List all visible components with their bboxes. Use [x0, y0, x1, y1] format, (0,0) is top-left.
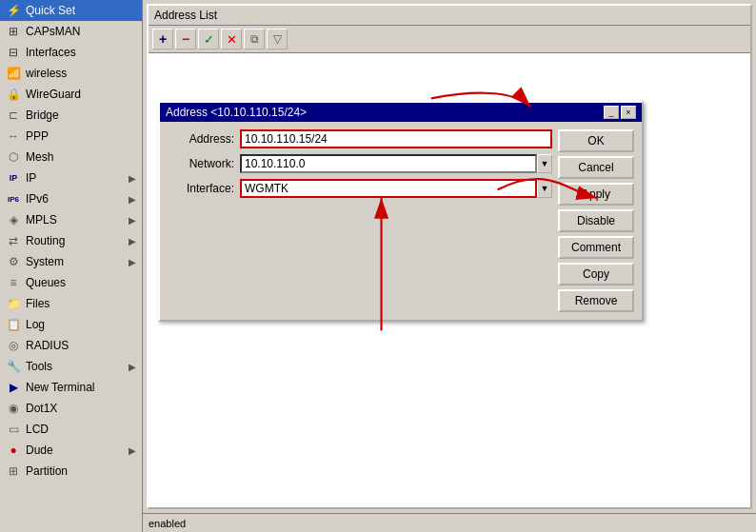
sidebar-item-label: Queues [26, 276, 136, 289]
sidebar-item-interfaces[interactable]: ⊟ Interfaces [0, 42, 142, 63]
sidebar-item-dot1x[interactable]: ◉ Dot1X [0, 398, 142, 419]
interface-input[interactable] [240, 179, 537, 198]
ip-arrow-icon: ▶ [129, 173, 136, 184]
address-input[interactable] [240, 129, 552, 148]
sidebar-item-mesh[interactable]: ⬡ Mesh [0, 147, 142, 167]
tools-icon: 🔧 [6, 359, 21, 374]
comment-button[interactable]: Comment [558, 236, 634, 259]
copy-button[interactable]: Copy [558, 263, 634, 286]
sidebar-item-label: Partition [26, 464, 136, 478]
sidebar-item-lcd[interactable]: ▭ LCD [0, 419, 142, 440]
tools-arrow-icon: ▶ [129, 362, 136, 372]
apply-button[interactable]: Apply [558, 183, 634, 206]
filter-button[interactable]: ▽ [267, 29, 288, 49]
sidebar-item-label: WireGuard [26, 88, 136, 101]
sidebar-item-ppp[interactable]: ↔ PPP [0, 126, 142, 147]
dot1x-icon: ◉ [6, 401, 21, 416]
dialog-buttons: OK Cancel Apply Disable Comment Copy Rem… [558, 129, 634, 312]
sidebar-item-tools[interactable]: 🔧 Tools ▶ [0, 356, 142, 377]
system-icon: ⚙ [6, 254, 21, 269]
network-input[interactable] [240, 154, 537, 173]
enable-button[interactable]: ✓ [198, 29, 219, 49]
mesh-icon: ⬡ [6, 149, 21, 165]
sidebar-item-bridge[interactable]: ⊏ Bridge [0, 105, 142, 126]
dialog-close-button[interactable]: × [621, 106, 636, 119]
interfaces-icon: ⊟ [6, 45, 21, 60]
sidebar-item-label: Log [26, 318, 136, 331]
interface-dropdown-button[interactable]: ▼ [537, 179, 552, 198]
wireless-icon: 📶 [6, 66, 21, 81]
partition-icon: ⊞ [6, 463, 21, 479]
system-arrow-icon: ▶ [129, 257, 136, 267]
sidebar-item-label: MPLS [26, 213, 129, 227]
sidebar-item-dude[interactable]: ● Dude ▶ [0, 440, 142, 461]
sidebar-item-partition[interactable]: ⊞ Partition [0, 461, 142, 482]
sidebar-item-label: System [26, 255, 129, 268]
sidebar-item-routing[interactable]: ⇄ Routing ▶ [0, 230, 142, 251]
sidebar-item-label: IP [26, 171, 129, 185]
remove-button[interactable]: − [175, 29, 196, 49]
sidebar-item-wireguard[interactable]: 🔒 WireGuard [0, 84, 142, 105]
wireguard-icon: 🔒 [6, 87, 21, 102]
dude-arrow-icon: ▶ [129, 445, 136, 456]
sidebar-item-label: IPv6 [26, 192, 129, 206]
network-label: Network: [168, 157, 234, 170]
terminal-icon: ▶ [6, 380, 21, 395]
sidebar-item-label: Interfaces [26, 46, 136, 59]
dialog-title: Address <10.10.110.15/24> [166, 106, 307, 119]
ppp-icon: ↔ [6, 128, 21, 144]
sidebar-item-label: wireless [26, 67, 136, 80]
remove-button[interactable]: Remove [558, 289, 634, 312]
address-row: Address: [168, 129, 552, 148]
sidebar-item-new-terminal[interactable]: ▶ New Terminal [0, 377, 142, 398]
sidebar-item-wireless[interactable]: 📶 wireless [0, 63, 142, 84]
network-dropdown-button[interactable]: ▼ [537, 154, 552, 173]
dialog-content: Address: Network: ▼ [160, 122, 642, 320]
ipv6-icon: IP6 [6, 191, 21, 207]
sidebar-item-log[interactable]: 📋 Log [0, 314, 142, 335]
dude-icon: ● [6, 443, 21, 458]
sidebar-item-label: RADIUS [26, 339, 136, 352]
quick-set-icon: ⚡ [6, 3, 21, 18]
sidebar-item-capsman[interactable]: ⊞ CAPsMAN [0, 21, 142, 42]
ip-icon: IP [6, 170, 21, 186]
sidebar-item-ip[interactable]: IP IP ▶ [0, 167, 142, 188]
address-list-title: Address List [149, 6, 750, 26]
mpls-icon: ◈ [6, 212, 21, 227]
log-icon: 📋 [6, 317, 21, 332]
disable-button[interactable]: Disable [558, 209, 634, 232]
copy-toolbar-button[interactable]: ⧉ [244, 29, 265, 49]
interface-row: Interface: ▼ [168, 179, 552, 198]
sidebar-item-ipv6[interactable]: IP6 IPv6 ▶ [0, 188, 142, 209]
bridge-icon: ⊏ [6, 108, 21, 123]
dialog-minimize-button[interactable]: _ [604, 106, 619, 119]
sidebar-item-label: LCD [26, 423, 136, 436]
sidebar-item-label: Dot1X [26, 402, 136, 415]
interface-input-group: ▼ [240, 179, 552, 198]
cancel-button[interactable]: Cancel [558, 156, 634, 179]
files-icon: 📁 [6, 296, 21, 311]
address-list-toolbar: + − ✓ ✕ ⧉ ▽ [149, 26, 750, 53]
sidebar-item-label: Tools [26, 360, 129, 373]
address-list-window: Address List + − ✓ ✕ ⧉ ▽ Address <10.10.… [147, 4, 752, 509]
sidebar-item-label: PPP [26, 129, 136, 143]
sidebar-item-queues[interactable]: ≡ Queues [0, 272, 142, 293]
sidebar-item-label: Dude [26, 443, 129, 457]
sidebar-item-mpls[interactable]: ◈ MPLS ▶ [0, 209, 142, 230]
sidebar-item-files[interactable]: 📁 Files [0, 293, 142, 314]
network-input-group: ▼ [240, 154, 552, 173]
routing-arrow-icon: ▶ [129, 236, 136, 246]
sidebar-item-radius[interactable]: ◎ RADIUS [0, 335, 142, 356]
lcd-icon: ▭ [6, 422, 21, 437]
disable-toolbar-button[interactable]: ✕ [221, 29, 242, 49]
sidebar-item-system[interactable]: ⚙ System ▶ [0, 251, 142, 272]
network-row: Network: ▼ [168, 154, 552, 173]
dialog-title-buttons: _ × [604, 106, 636, 119]
status-text: enabled [149, 518, 186, 529]
ok-button[interactable]: OK [558, 129, 634, 152]
sidebar-item-quick-set[interactable]: ⚡ Quick Set [0, 0, 142, 21]
main-area: Address List + − ✓ ✕ ⧉ ▽ Address <10.10.… [143, 0, 756, 532]
sidebar: ⚡ Quick Set ⊞ CAPsMAN ⊟ Interfaces 📶 wir… [0, 0, 143, 532]
sidebar-item-label: Mesh [26, 150, 136, 164]
add-button[interactable]: + [152, 29, 173, 49]
